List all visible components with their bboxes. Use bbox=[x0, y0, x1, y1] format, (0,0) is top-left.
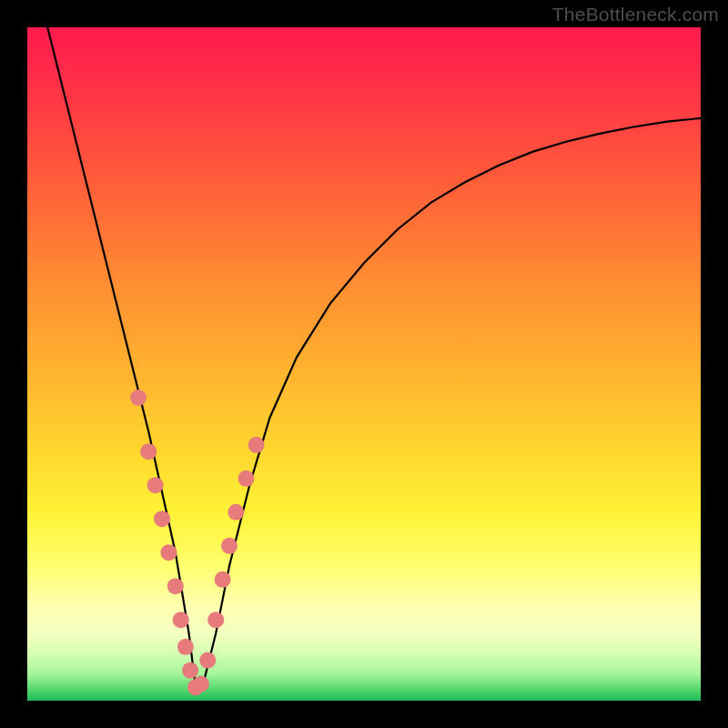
bottleneck-curve bbox=[47, 27, 701, 687]
sample-dot bbox=[130, 389, 147, 406]
sample-dot bbox=[215, 571, 231, 588]
sample-dot bbox=[173, 612, 189, 628]
sample-dot bbox=[193, 676, 209, 693]
watermark-text: TheBottleneck.com bbox=[552, 4, 719, 25]
sample-dot bbox=[160, 544, 177, 561]
outer-frame: TheBottleneck.com bbox=[0, 0, 728, 728]
sample-dot bbox=[248, 437, 265, 453]
sample-dot bbox=[140, 443, 157, 460]
sample-dot bbox=[199, 652, 216, 669]
chart-svg bbox=[27, 27, 701, 701]
sample-dot bbox=[207, 612, 224, 628]
sample-dot bbox=[177, 639, 194, 655]
sample-dot bbox=[221, 538, 238, 554]
sample-dot bbox=[182, 662, 198, 679]
plot-area bbox=[27, 27, 701, 701]
sample-dot bbox=[154, 511, 170, 527]
sample-dot bbox=[228, 504, 244, 521]
sample-dot bbox=[167, 578, 184, 594]
sample-dot bbox=[238, 470, 255, 487]
sample-dot bbox=[147, 477, 164, 493]
